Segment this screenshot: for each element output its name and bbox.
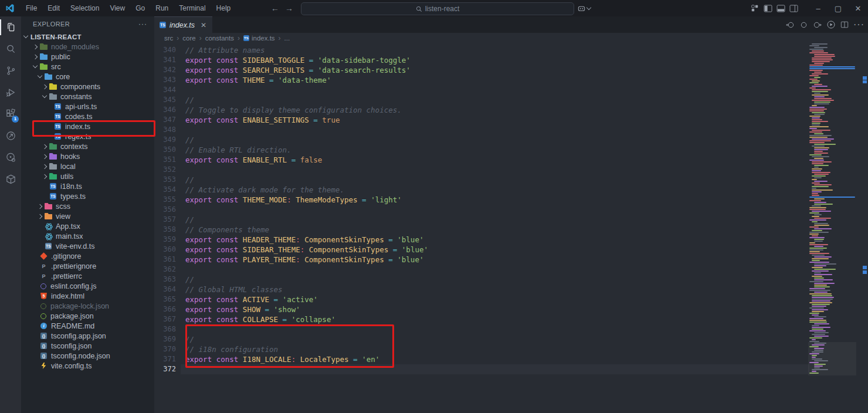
code-line-364[interactable]: 364// Global HTML classes	[154, 285, 808, 294]
toggle-panel-button[interactable]	[774, 0, 787, 16]
activity-extension-a-button[interactable]	[0, 125, 21, 147]
tree-item-constants[interactable]: constants	[21, 92, 154, 101]
code-line-344[interactable]: 344	[154, 85, 808, 95]
menu-file[interactable]: File	[21, 0, 42, 16]
tree-item-node-modules[interactable]: node_modules	[21, 42, 154, 52]
tree-item-utils[interactable]: utils	[21, 171, 154, 181]
code-line-367[interactable]: 367export const COLLAPSE = 'collapse'	[154, 314, 808, 324]
tree-item-scss[interactable]: scss	[21, 201, 154, 211]
tree-item-index-html[interactable]: 5index.html	[21, 291, 154, 301]
breadcrumb-item-index-ts[interactable]: TSindex.ts	[243, 35, 275, 42]
tree-item-view[interactable]: view	[21, 211, 154, 221]
activity-search-button[interactable]	[0, 38, 21, 60]
tree-item-readme-md[interactable]: iREADME.md	[21, 321, 154, 331]
code-line-355[interactable]: 355export const THEME_MODE: ThemeModeTyp…	[154, 195, 808, 205]
activity-extension-c-button[interactable]	[0, 168, 21, 190]
code-line-342[interactable]: 342export const SEARCH_RESULTS = 'data-s…	[154, 65, 808, 75]
chevron-right-icon[interactable]	[32, 44, 38, 50]
chevron-down-icon[interactable]	[42, 94, 48, 100]
circle-icon[interactable]	[799, 21, 808, 29]
code-line-366[interactable]: 366export const SHOW = 'show'	[154, 304, 808, 314]
chevron-down-icon[interactable]	[32, 64, 38, 70]
code-line-371[interactable]: 371export const I18N_LOCALE: LocaleTypes…	[154, 354, 808, 364]
code-line-346[interactable]: 346// Toggle to display theme configurat…	[154, 105, 808, 115]
code-line-359[interactable]: 359export const HEADER_THEME: ComponentS…	[154, 235, 808, 245]
tree-item-listen-react[interactable]: LISTEN-REACT	[21, 32, 154, 42]
command-center-search[interactable]: listen-react	[301, 2, 574, 15]
code-line-372[interactable]: 372	[154, 364, 808, 374]
tree-item-tsconfig-app-json[interactable]: {}tsconfig.app.json	[21, 331, 154, 341]
code-line-356[interactable]: 356	[154, 205, 808, 215]
menu-help[interactable]: Help	[211, 0, 236, 16]
menu-run[interactable]: Run	[150, 0, 174, 16]
chevron-right-icon[interactable]	[42, 144, 48, 150]
tree-item-eslint-config-js[interactable]: eslint.config.js	[21, 281, 154, 291]
code-line-365[interactable]: 365export const ACTIVE = 'active'	[154, 294, 808, 304]
code-line-358[interactable]: 358// Components theme	[154, 225, 808, 235]
menu-terminal[interactable]: Terminal	[174, 0, 211, 16]
menu-edit[interactable]: Edit	[42, 0, 65, 16]
customize-layout-button[interactable]	[748, 0, 761, 16]
run-circle-icon[interactable]	[826, 20, 836, 29]
code-line-368[interactable]: 368	[154, 324, 808, 334]
chevron-right-icon[interactable]	[37, 214, 43, 219]
tree-item-local[interactable]: local	[21, 161, 154, 171]
tree-item-i18n-ts[interactable]: TSi18n.ts	[21, 181, 154, 191]
code-line-370[interactable]: 370// i18n configuration	[154, 344, 808, 354]
code-line-354[interactable]: 354// Activate dark mode for the theme.	[154, 185, 808, 195]
minimize-button[interactable]: –	[808, 0, 828, 16]
chevron-right-icon[interactable]	[42, 164, 48, 170]
chevron-down-icon[interactable]	[23, 34, 29, 40]
forward-circle-icon[interactable]	[813, 21, 822, 29]
tree-item-tsconfig-node-json[interactable]: {}tsconfig.node.json	[21, 351, 154, 361]
breadcrumb-item-core[interactable]: core	[182, 35, 195, 42]
restore-button[interactable]: ▢	[828, 0, 848, 16]
activity-source-control-button[interactable]	[0, 60, 21, 82]
breadcrumb-item--[interactable]: ...	[284, 35, 290, 42]
tree-item-main-tsx[interactable]: main.tsx	[21, 231, 154, 241]
activity-run-debug-button[interactable]	[0, 82, 21, 103]
tree-item-regex-ts[interactable]: TSregex.ts	[21, 131, 154, 141]
chevron-right-icon[interactable]	[32, 54, 38, 60]
code-line-340[interactable]: 340// Attribute names	[154, 45, 808, 55]
activity-explorer-button[interactable]	[0, 16, 21, 38]
tree-item-index-ts[interactable]: TSindex.ts	[21, 121, 154, 131]
tree-item-public[interactable]: public	[21, 52, 154, 62]
code-line-360[interactable]: 360export const SIDEBAR_THEME: Component…	[154, 245, 808, 255]
chevron-right-icon[interactable]	[42, 174, 48, 180]
menu-view[interactable]: View	[104, 0, 130, 16]
code-line-349[interactable]: 349//	[154, 135, 808, 145]
code-line-362[interactable]: 362	[154, 265, 808, 275]
breadcrumb-item-src[interactable]: src	[164, 35, 173, 42]
tree-item-core[interactable]: core	[21, 72, 154, 82]
tree-item-src[interactable]: src	[21, 62, 154, 72]
tree-item--gitignore[interactable]: .gitignore	[21, 251, 154, 261]
code-line-363[interactable]: 363//	[154, 275, 808, 285]
tree-item-contexts[interactable]: contexts	[21, 141, 154, 151]
tab-close-icon[interactable]: ✕	[201, 21, 206, 29]
tab-index-ts[interactable]: TS index.ts ✕	[154, 16, 212, 33]
code-line-352[interactable]: 352	[154, 165, 808, 175]
split-editor-icon[interactable]	[840, 21, 849, 29]
code-line-351[interactable]: 351export const ENABLE_RTL = false	[154, 155, 808, 165]
code-line-353[interactable]: 353//	[154, 175, 808, 185]
tree-item--prettierrc[interactable]: P.prettierrc	[21, 271, 154, 281]
code-line-341[interactable]: 341export const SIDEBAR_TOGGLE = 'data-s…	[154, 55, 808, 65]
code-area[interactable]: 340// Attribute names341export const SID…	[154, 43, 868, 413]
toggle-secondary-sidebar-button[interactable]	[787, 0, 800, 16]
tree-item-codes-ts[interactable]: TScodes.ts	[21, 111, 154, 121]
code-line-361[interactable]: 361export const PLAYER_THEME: ComponentS…	[154, 255, 808, 265]
close-button[interactable]: ✕	[848, 0, 868, 16]
explorer-more-actions-button[interactable]: ···	[138, 20, 147, 28]
tree-item-tsconfig-json[interactable]: {}tsconfig.json	[21, 341, 154, 351]
code-line-345[interactable]: 345//	[154, 95, 808, 105]
tree-item-hooks[interactable]: hooks	[21, 151, 154, 161]
tree-item-vite-env-d-ts[interactable]: TSvite-env.d.ts	[21, 241, 154, 251]
tree-item--prettierignore[interactable]: P.prettierignore	[21, 261, 154, 271]
tree-item-api-urls-ts[interactable]: TSapi-urls.ts	[21, 101, 154, 111]
back-circle-icon[interactable]	[786, 21, 795, 29]
tree-item-package-lock-json[interactable]: package-lock.json	[21, 301, 154, 311]
activity-extensions-button[interactable]: 1	[0, 103, 21, 125]
breadcrumb-item-constants[interactable]: constants	[205, 35, 234, 42]
more-actions-icon[interactable]: ···	[853, 19, 864, 30]
